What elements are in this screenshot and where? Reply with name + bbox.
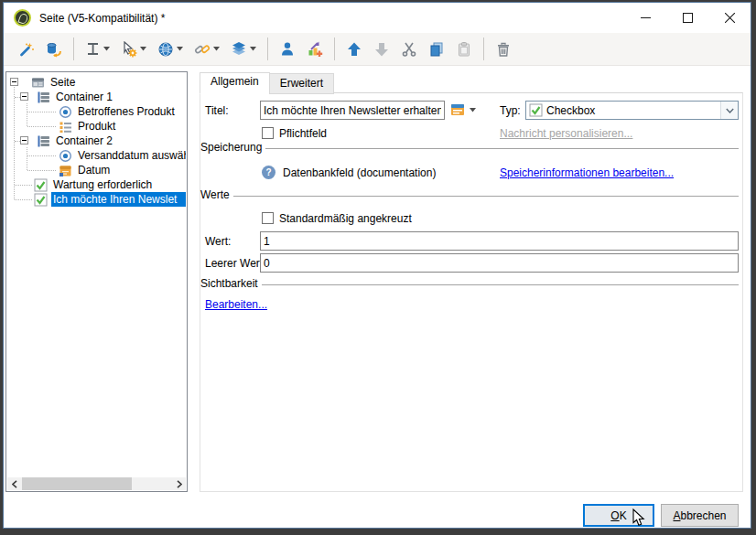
combo-dropdown-button[interactable] — [720, 102, 738, 119]
page-structure-tree: Seite Container 1 Betroffenes Produkt — [5, 71, 188, 492]
arrow-up-icon — [346, 41, 362, 58]
database-revert-button[interactable] — [42, 37, 66, 61]
pflichtfeld-checkbox[interactable] — [262, 127, 274, 139]
magic-wand-button[interactable] — [15, 37, 38, 61]
werte-label: Werte — [200, 188, 230, 201]
wert-label: Wert: — [205, 235, 231, 248]
paste-icon — [456, 41, 472, 58]
title-style-button[interactable] — [449, 102, 466, 118]
tree-item-newsletter[interactable]: Ich möchte Ihren Newslet — [7, 192, 186, 207]
checkbox-checked-icon — [34, 193, 48, 207]
speicherung-label: Speicherung — [200, 141, 262, 154]
chevron-down-icon — [177, 47, 183, 51]
window-title: Seite (V5-Kompatibilität) * — [39, 12, 165, 25]
globe-icon — [157, 41, 174, 58]
checkbox-checked-icon — [529, 103, 543, 117]
toolbar-separator — [334, 37, 335, 60]
pointer-settings-button[interactable] — [117, 37, 150, 61]
hyperlink-button[interactable] — [190, 37, 223, 61]
chevron-left-icon — [12, 480, 17, 488]
copy-button[interactable] — [425, 37, 448, 61]
typ-label: Typ: — [500, 104, 521, 117]
tree-item-versanddatum[interactable]: Versanddatum auswäh — [7, 148, 186, 163]
collapse-icon[interactable] — [10, 78, 18, 86]
scissors-icon — [401, 41, 417, 58]
leerer-wert-input[interactable] — [260, 253, 739, 273]
tab-page-allgemein: Titel: Typ: Checkbox Pflichtfeld Nachric… — [200, 92, 743, 492]
titel-input[interactable] — [260, 101, 445, 120]
paste-button[interactable] — [452, 37, 476, 61]
move-down-button[interactable] — [370, 37, 394, 61]
layers-icon — [231, 41, 247, 58]
container-icon — [37, 91, 50, 104]
close-icon — [725, 13, 735, 23]
titel-label: Titel: — [205, 104, 229, 117]
cancel-button[interactable]: Abbrechen — [661, 504, 739, 527]
scroll-left-button[interactable] — [7, 477, 21, 490]
speicherung-group: Speicherung — [200, 141, 739, 154]
scrollbar-thumb[interactable] — [22, 477, 132, 490]
row-height-button[interactable] — [81, 37, 113, 60]
radio-icon — [59, 149, 72, 163]
toolbar-separator — [483, 37, 484, 60]
magic-wand-icon — [18, 41, 35, 58]
layers-button[interactable] — [227, 37, 260, 61]
wert-input[interactable] — [260, 231, 739, 251]
title-style-dropdown[interactable] — [470, 108, 476, 112]
typ-value: Checkbox — [546, 104, 720, 117]
typ-combobox[interactable]: Checkbox — [525, 101, 739, 120]
selected-tree-label: Ich möchte Ihren Newslet — [51, 192, 186, 207]
trash-icon — [495, 41, 512, 58]
person-icon — [279, 41, 296, 58]
move-up-button[interactable] — [342, 37, 366, 61]
container-icon — [37, 134, 50, 148]
chevron-down-icon — [103, 47, 110, 51]
standard-angekreuzt-checkbox[interactable] — [262, 212, 274, 224]
tree-item-seite[interactable]: Seite — [7, 75, 186, 90]
tab-allgemein[interactable]: Allgemein — [200, 72, 270, 94]
cut-button[interactable] — [397, 37, 421, 61]
nachricht-personalisieren-link: Nachricht personalisieren... — [500, 127, 632, 140]
copy-icon — [428, 41, 445, 58]
bearbeiten-link[interactable]: Bearbeiten... — [205, 298, 267, 311]
group-rule — [262, 284, 739, 290]
close-button[interactable] — [708, 3, 751, 33]
help-icon: ? — [262, 166, 275, 179]
tree-item-container-2[interactable]: Container 2 — [7, 134, 186, 148]
scroll-right-button[interactable] — [172, 477, 186, 490]
speicherinformationen-link[interactable]: Speicherinformationen bearbeiten... — [500, 166, 674, 179]
tree-item-wartung[interactable]: Wartung erforderlich — [7, 177, 186, 192]
werte-group: Werte — [200, 188, 739, 201]
hyperlink-icon — [194, 41, 211, 58]
title-bar: Seite (V5-Kompatibilität) * — [4, 3, 751, 33]
group-rule — [233, 196, 739, 201]
person-button[interactable] — [275, 37, 299, 61]
delete-button[interactable] — [491, 37, 515, 61]
chevron-down-icon — [470, 108, 476, 112]
globe-button[interactable] — [154, 37, 187, 61]
toolbar-separator — [73, 37, 74, 60]
radio-icon — [59, 105, 72, 119]
tree-item-betroffenes-produkt[interactable]: Betroffenes Produkt — [7, 104, 186, 119]
tab-bar: Allgemein Erweitert — [200, 73, 333, 92]
sichtbarkeit-label: Sichtbarkeit — [200, 277, 258, 290]
maximize-button[interactable] — [666, 3, 708, 33]
dialog-window: Seite (V5-Kompatibilität) * — [3, 2, 751, 529]
tree-item-produkt[interactable]: Produkt — [7, 119, 186, 134]
chevron-right-icon — [177, 480, 182, 488]
toolbar — [4, 33, 751, 66]
tab-erweitert[interactable]: Erweitert — [269, 73, 334, 94]
collapse-icon[interactable] — [20, 136, 28, 144]
toolbar-separator — [267, 37, 268, 60]
chevron-down-icon — [726, 108, 734, 113]
tree-body: Seite Container 1 Betroffenes Produkt — [7, 73, 186, 477]
page-icon — [31, 76, 45, 90]
tree-item-container-1[interactable]: Container 1 — [7, 90, 186, 104]
add-element-button[interactable] — [303, 37, 327, 61]
minimize-icon — [641, 13, 651, 23]
tree-item-datum[interactable]: Datum — [7, 163, 186, 177]
minimize-button[interactable] — [624, 3, 666, 33]
calendar-icon — [59, 164, 72, 177]
collapse-icon[interactable] — [20, 92, 28, 101]
horizontal-scrollbar[interactable] — [7, 477, 186, 490]
